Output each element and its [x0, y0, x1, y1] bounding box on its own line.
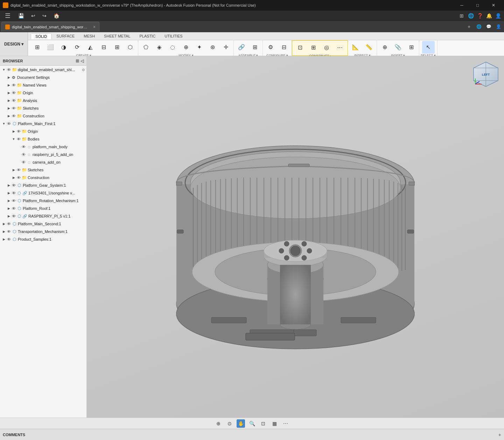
model-canvas[interactable] [87, 56, 504, 418]
sketches2-arrow[interactable] [11, 166, 16, 174]
comments-toggle-button[interactable]: + [498, 432, 501, 438]
document-tab[interactable]: digital_twin_enabled_smart_shipping_work… [1, 22, 99, 32]
sketches2-eye[interactable]: 👁 [16, 167, 21, 172]
pms-eye[interactable]: 👁 [6, 221, 11, 226]
modify-btn3[interactable]: ◌ [166, 41, 179, 54]
roof-eye[interactable]: 👁 [11, 206, 16, 211]
tab-sheet-metal[interactable]: SHEET METAL [100, 33, 134, 39]
menu-home[interactable]: 🏠 [51, 12, 62, 20]
origin2-eye[interactable]: 👁 [16, 129, 21, 134]
status-btn-zoom[interactable]: 🔍 [248, 419, 256, 428]
ps-arrow[interactable] [1, 235, 6, 243]
rpiv1-arrow[interactable] [6, 212, 11, 220]
tree-item-platform-gear[interactable]: 👁 ⬡ Platform_Gear_System:1 [0, 181, 86, 189]
platform-main-first-arrow[interactable] [1, 120, 6, 128]
modify-btn1[interactable]: ⬠ [140, 41, 152, 54]
construct-btn3[interactable]: ◎ [320, 41, 333, 54]
web-button[interactable]: ⊞ [111, 41, 123, 54]
named-views-arrow[interactable] [6, 81, 11, 89]
extrude-button[interactable]: ⬜ [44, 41, 57, 54]
menu-redo[interactable]: ↪ [40, 12, 49, 20]
inspect-btn2[interactable]: 📏 [363, 41, 375, 54]
tree-item-transportation[interactable]: 👁 ⬡ Transportation_Mechanism:1 [0, 228, 86, 235]
construct-btn1[interactable]: ⊡ [294, 41, 306, 54]
restore-button[interactable]: □ [470, 0, 485, 11]
status-btn-orbit[interactable]: ⊙ [225, 419, 234, 428]
status-btn-grid[interactable]: ▦ [270, 419, 279, 428]
construction-root-eye[interactable]: 👁 [11, 114, 16, 118]
inspect-btn1[interactable]: 📐 [349, 41, 362, 54]
insert-btn2[interactable]: 📎 [392, 41, 404, 54]
revolve-button[interactable]: ◑ [57, 41, 70, 54]
menu-help-online-icon[interactable]: 🌐 [467, 12, 475, 20]
tm-eye[interactable]: 👁 [6, 229, 11, 234]
modify-move-btn[interactable]: ✛ [219, 41, 232, 54]
pmb-eye[interactable]: 👁 [21, 144, 26, 149]
menu-extensions-icon[interactable]: ⊞ [458, 12, 465, 20]
loft-button[interactable]: ◭ [84, 41, 97, 54]
tree-item-origin2[interactable]: 👁 📁 Origin [0, 128, 86, 135]
design-button[interactable]: DESIGN ▾ [0, 32, 28, 56]
new-tab-button[interactable]: + [465, 22, 473, 31]
root-expand-arrow[interactable] [1, 66, 6, 74]
menu-account-icon[interactable]: 👤 [494, 12, 502, 20]
pr-arrow[interactable] [6, 197, 11, 205]
roof-arrow[interactable] [6, 205, 11, 212]
close-button[interactable]: ✕ [485, 0, 501, 11]
tab-plastic[interactable]: PLASTIC [135, 33, 160, 39]
construct-btn4[interactable]: ⋯ [334, 41, 346, 54]
configure-btn2[interactable]: ⊟ [278, 41, 290, 54]
tree-item-sketches2[interactable]: 👁 📁 Sketches [0, 166, 86, 174]
tree-item-platform-roof[interactable]: 👁 ⬡ Platform_Roof:1 [0, 205, 86, 212]
origin-arrow[interactable] [6, 89, 11, 97]
tree-item-analysis[interactable]: 👁 📁 Analysis [0, 97, 86, 104]
root-eye-icon[interactable]: 👁 [6, 67, 11, 72]
tree-item-camera-add-on[interactable]: 👁 □ camera_add_on [0, 158, 86, 166]
construction2-arrow[interactable] [11, 174, 16, 181]
tab-close-button[interactable]: × [93, 25, 96, 29]
tree-item-bodies[interactable]: 👁 📁 Bodies [0, 135, 86, 143]
status-btn-more[interactable]: ⋯ [281, 419, 290, 428]
modify-btn6[interactable]: ⊛ [206, 41, 219, 54]
tree-item-product-samples[interactable]: 👁 ⬡ Product_Samples:1 [0, 235, 86, 243]
menu-file[interactable]: ☰ [2, 11, 13, 21]
menu-undo[interactable]: ↩ [28, 12, 38, 20]
origin-eye[interactable]: 👁 [11, 90, 16, 95]
tm-arrow[interactable] [1, 228, 6, 235]
tree-item-platform-rotation[interactable]: 👁 ⬡ Platform_Rotation_Mechanism:1 [0, 197, 86, 205]
tab-feedback-button[interactable]: 💬 [484, 22, 493, 31]
rib-button[interactable]: ⊟ [97, 41, 110, 54]
ps-eye[interactable]: 👁 [6, 237, 11, 242]
tree-item-document-settings[interactable]: ⚙ Document Settings [0, 74, 86, 81]
analysis-arrow[interactable] [6, 97, 11, 104]
configure-btn1[interactable]: ⚙ [264, 41, 277, 54]
pr-eye[interactable]: 👁 [11, 198, 16, 203]
tree-item-platform-main-first[interactable]: 👁 ⬡ Platform_Main_First:1 [0, 120, 86, 128]
tab-account-button[interactable]: 👤 [494, 22, 503, 31]
insert-btn1[interactable]: ⊕ [378, 41, 391, 54]
menu-help-icon[interactable]: ❓ [476, 12, 484, 20]
sweep-button[interactable]: ⟳ [71, 41, 83, 54]
tree-item-platform-main-second[interactable]: 👁 ⬡ Platform_Main_Second:1 [0, 220, 86, 228]
tree-item-rpi-v1[interactable]: 👁 ⬡ 🔗 RASPBERRY_PI_5 v1:1 [0, 212, 86, 220]
construct-btn2[interactable]: ⊞ [307, 41, 320, 54]
assemble-btn2[interactable]: ⊞ [248, 41, 261, 54]
tree-item-construction2[interactable]: 👁 📁 Construction [0, 174, 86, 181]
tree-item-origin[interactable]: 👁 📁 Origin [0, 89, 86, 97]
select-btn[interactable]: ↖ [422, 41, 435, 54]
bodies-eye[interactable]: 👁 [16, 137, 21, 142]
status-btn-pan[interactable]: ✋ [237, 419, 245, 428]
construction-root-arrow[interactable] [6, 112, 11, 120]
pms-arrow[interactable] [1, 220, 6, 228]
tree-item-sketches[interactable]: 👁 📁 Sketches [0, 104, 86, 112]
root-settings-icon[interactable]: ⚙ [82, 68, 85, 72]
pg-eye[interactable]: 👁 [11, 183, 16, 188]
tree-item-construction-root[interactable]: 👁 📁 Construction [0, 112, 86, 120]
modify-btn5[interactable]: ✦ [193, 41, 205, 54]
named-views-eye[interactable]: 👁 [11, 83, 16, 88]
tab-help-button[interactable]: 🌐 [475, 22, 483, 31]
platform-main-first-eye[interactable]: 👁 [6, 121, 11, 126]
viewport[interactable]: LEFT [87, 56, 504, 418]
cam-eye[interactable]: 👁 [21, 160, 26, 165]
rpi-eye[interactable]: 👁 [21, 152, 26, 157]
